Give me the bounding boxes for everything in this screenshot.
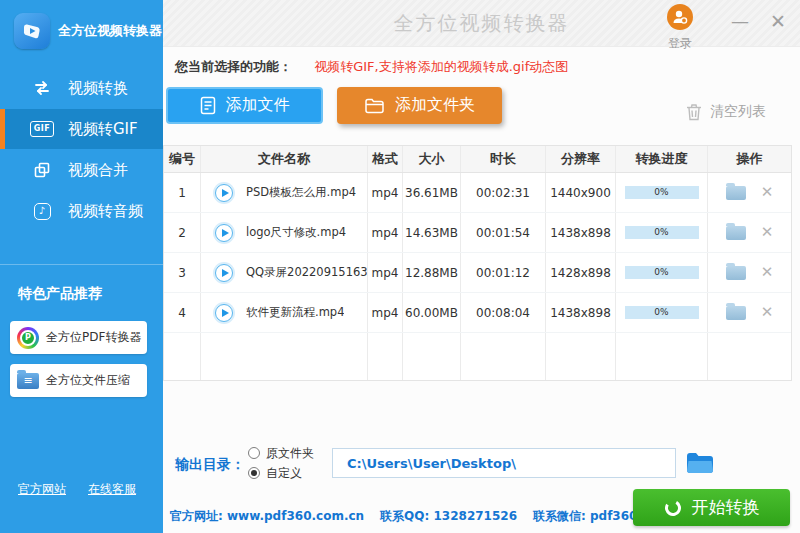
function-line: 您当前选择的功能： 视频转GIF,支持将添加的视频转成.gif动态图	[175, 58, 568, 76]
login-button[interactable]: 登录	[660, 4, 700, 52]
col-header-no: 编号	[164, 146, 201, 172]
clear-list-button[interactable]: 清空列表	[686, 103, 766, 121]
file-format: mp4	[368, 173, 403, 212]
progress-bar: 0%	[625, 266, 699, 279]
add-file-button[interactable]: 添加文件	[166, 87, 323, 124]
featured-file-compress-button[interactable]: ≡ 全方位文件压缩	[10, 364, 147, 397]
browse-folder-button[interactable]	[683, 447, 717, 479]
progress-bar: 0%	[625, 226, 699, 239]
progress-bar: 0%	[625, 306, 699, 319]
swap-arrows-icon	[30, 78, 54, 98]
app-logo-icon	[14, 13, 50, 49]
file-name: logo尺寸修改.mp4	[246, 225, 346, 240]
radio-icon-unchecked[interactable]	[248, 447, 260, 459]
row-no: 4	[164, 293, 201, 332]
table-row: 2 logo尺寸修改.mp4 mp4 14.63MB 00:01:54 1438…	[164, 213, 791, 253]
output-directory-label: 输出目录：	[175, 456, 245, 474]
convert-refresh-icon	[664, 499, 682, 517]
app-window: 全方位视频转换器 登录 — ✕ 全方位视频转换器	[0, 0, 800, 533]
remove-file-icon[interactable]: ✕	[761, 225, 774, 240]
radio-custom-label: 自定义	[266, 465, 302, 482]
file-size: 60.00MB	[403, 293, 461, 332]
remove-file-icon[interactable]: ✕	[761, 185, 774, 200]
featured-pdf-converter-button[interactable]: P 全方位PDF转换器	[10, 321, 147, 354]
contact-qq-text: 联系QQ: 1328271526	[380, 508, 517, 525]
remove-file-icon[interactable]: ✕	[761, 265, 774, 280]
col-header-size: 大小	[403, 146, 461, 172]
featured-label: 全方位文件压缩	[46, 372, 130, 389]
row-no: 3	[164, 253, 201, 292]
file-format: mp4	[368, 253, 403, 292]
output-path-input[interactable]	[332, 448, 676, 478]
remove-file-icon[interactable]: ✕	[761, 305, 774, 320]
close-button[interactable]: ✕	[764, 10, 792, 32]
function-label: 您当前选择的功能：	[175, 59, 292, 74]
add-folder-label: 添加文件夹	[395, 95, 475, 116]
file-duration: 00:02:31	[461, 173, 546, 212]
compress-folder-icon: ≡	[17, 373, 39, 389]
open-folder-icon[interactable]	[726, 226, 746, 240]
play-icon[interactable]	[215, 184, 233, 202]
file-duration: 00:01:54	[461, 213, 546, 252]
login-label: 登录	[660, 35, 700, 52]
sidebar-item-video-to-gif[interactable]: GIF 视频转GIF	[0, 109, 163, 149]
contact-wechat-text: 联系微信: pdf360	[533, 508, 637, 525]
radio-icon-checked[interactable]	[248, 467, 260, 479]
official-url-text: 官方网址: www.pdf360.com.cn	[170, 508, 364, 525]
add-file-label: 添加文件	[226, 95, 290, 116]
app-logo-text: 全方位视频转换器	[58, 22, 162, 40]
progress-bar: 0%	[625, 186, 699, 199]
gif-icon: GIF	[30, 121, 54, 137]
output-radio-group: 原文件夹 自定义	[248, 445, 314, 485]
col-header-operation: 操作	[708, 146, 791, 172]
col-header-duration: 时长	[461, 146, 546, 172]
open-folder-icon[interactable]	[726, 266, 746, 280]
official-site-link[interactable]: 官方网站	[18, 481, 66, 498]
start-convert-button[interactable]: 开始转换	[633, 489, 790, 526]
blue-folder-icon	[684, 448, 716, 476]
titlebar: 全方位视频转换器 登录 — ✕	[163, 0, 800, 47]
play-icon[interactable]	[215, 224, 233, 242]
folder-icon	[364, 97, 385, 115]
file-name: 软件更新流程.mp4	[246, 305, 344, 320]
sidebar-item-video-merge[interactable]: 视频合并	[0, 150, 163, 190]
col-header-resolution: 分辨率	[546, 146, 616, 172]
open-folder-icon[interactable]	[726, 186, 746, 200]
table-empty-row	[164, 333, 791, 380]
play-icon[interactable]	[215, 264, 233, 282]
sidebar-divider	[0, 264, 163, 265]
col-header-progress: 转换进度	[616, 146, 708, 172]
add-folder-button[interactable]: 添加文件夹	[337, 87, 502, 124]
col-header-filename: 文件名称	[201, 146, 368, 172]
pdf-converter-icon: P	[17, 327, 39, 349]
minimize-button[interactable]: —	[726, 10, 754, 31]
open-folder-icon[interactable]	[726, 306, 746, 320]
radio-original-label: 原文件夹	[266, 445, 314, 462]
sidebar-item-label: 视频转GIF	[68, 120, 138, 139]
sidebar-item-video-to-audio[interactable]: ♪ 视频转音频	[0, 191, 163, 231]
file-name: PSD模板怎么用.mp4	[246, 185, 356, 200]
function-description: 视频转GIF,支持将添加的视频转成.gif动态图	[314, 59, 568, 74]
file-resolution: 1440x900	[546, 173, 616, 212]
trash-icon	[686, 103, 702, 121]
footer-contact-info: 官方网址: www.pdf360.com.cn 联系QQ: 1328271526…	[170, 508, 637, 525]
radio-custom[interactable]: 自定义	[248, 465, 314, 481]
featured-products-header: 特色产品推荐	[18, 285, 102, 303]
table-header-row: 编号 文件名称 格式 大小 时长 分辨率 转换进度 操作	[164, 146, 791, 173]
sidebar: 全方位视频转换器 视频转换 GIF 视频转GIF	[0, 0, 163, 533]
sidebar-item-video-convert[interactable]: 视频转换	[0, 68, 163, 108]
sidebar-item-label: 视频合并	[68, 161, 128, 180]
file-format: mp4	[368, 213, 403, 252]
window-title: 全方位视频转换器	[163, 10, 800, 37]
table-row: 1 PSD模板怎么用.mp4 mp4 36.61MB 00:02:31 1440…	[164, 173, 791, 213]
table-row: 4 软件更新流程.mp4 mp4 60.00MB 00:08:04 1438x8…	[164, 293, 791, 333]
file-resolution: 1438x898	[546, 293, 616, 332]
clear-list-label: 清空列表	[710, 103, 766, 121]
online-support-link[interactable]: 在线客服	[88, 481, 136, 498]
user-icon	[667, 4, 693, 30]
sidebar-nav: 视频转换 GIF 视频转GIF 视频合并 ♪	[0, 68, 163, 232]
file-resolution: 1428x898	[546, 253, 616, 292]
play-icon[interactable]	[215, 304, 233, 322]
radio-original-folder[interactable]: 原文件夹	[248, 445, 314, 461]
file-duration: 00:01:12	[461, 253, 546, 292]
